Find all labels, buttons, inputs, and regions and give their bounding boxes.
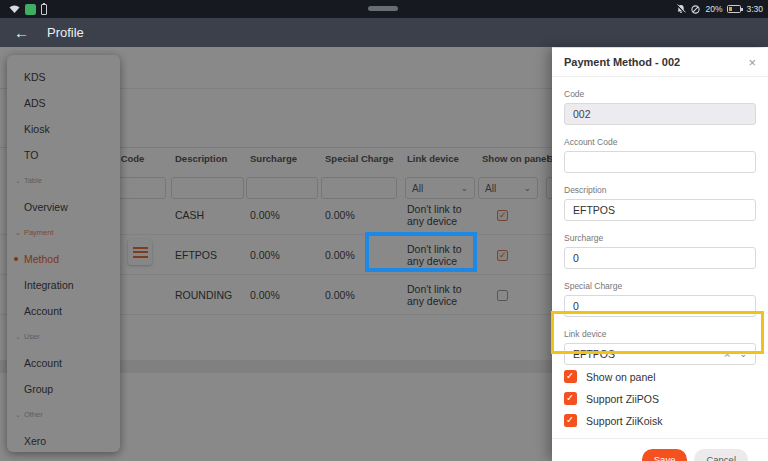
description-field[interactable] [564,199,756,221]
special-charge-label: Special Charge [564,281,756,291]
data-saver-icon [691,5,700,14]
code-label: Code [564,89,756,99]
notifications-off-icon [676,4,686,14]
cancel-button[interactable]: Cancel [694,449,748,461]
account-code-field[interactable] [564,151,756,173]
clock: 3:30 [746,4,763,14]
checkbox-checked-icon[interactable] [564,392,577,405]
surcharge-field[interactable] [564,247,756,269]
battery-percent: 20% [705,4,722,14]
screen: 20% 3:30 ← Profile Account Code Descript… [0,0,768,461]
annotation-box-link-device-field [551,311,764,354]
page-title: Profile [47,25,84,40]
app-status-icon [25,4,36,15]
surcharge-label: Surcharge [564,233,756,243]
back-icon[interactable]: ← [14,25,29,40]
panel-title: Payment Method - 002 [564,56,680,68]
description-label: Description [564,185,756,195]
save-button[interactable]: Save [642,449,688,461]
app-header: ← Profile [0,18,768,47]
checkbox-checked-icon[interactable] [564,370,577,383]
support-ziikoisk-option[interactable]: Support ZiiKoisk [564,410,756,431]
battery-icon [727,5,741,13]
close-icon[interactable]: × [748,56,756,69]
status-bar: 20% 3:30 [0,0,768,18]
show-on-panel-option[interactable]: Show on panel [564,366,756,387]
camera-notch [368,6,398,11]
payment-method-edit-panel: Payment Method - 002 × Code Account Code… [552,48,768,461]
support-ziipos-option[interactable]: Support ZiiPOS [564,388,756,409]
checkbox-checked-icon[interactable] [564,414,577,427]
stylus-battery-icon [41,4,47,15]
account-code-label: Account Code [564,137,756,147]
annotation-box-link-device-cell [365,232,477,272]
code-field [564,103,756,125]
wifi-icon [9,4,20,14]
